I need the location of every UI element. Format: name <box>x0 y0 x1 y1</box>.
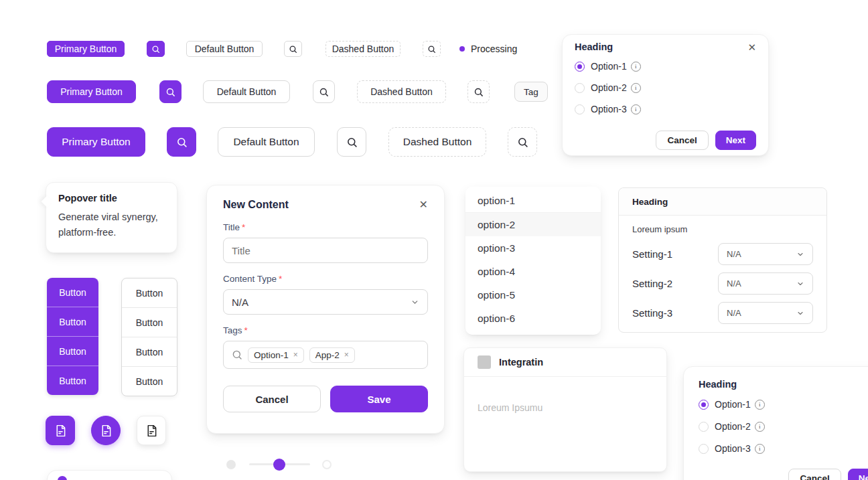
dropdown-item[interactable]: option-1 <box>465 189 601 213</box>
info-icon[interactable]: i <box>631 83 641 93</box>
info-icon[interactable]: i <box>755 444 765 454</box>
modal-title: New Content <box>223 199 289 211</box>
integration-card: Integratin Loreum Ipsumu <box>463 347 667 472</box>
search-button-dashed-medium[interactable] <box>467 80 490 103</box>
radio-option-1[interactable]: Option-1 i <box>699 399 868 410</box>
search-button-primary-large[interactable] <box>167 127 196 157</box>
search-button-primary-medium[interactable] <box>159 80 182 103</box>
next-button[interactable]: Next <box>848 469 868 480</box>
search-button-primary-small[interactable] <box>147 41 165 57</box>
radio-option-label: Option-3 <box>591 104 627 114</box>
save-button[interactable]: Save <box>330 386 428 412</box>
stepper-dot-end[interactable] <box>322 460 332 469</box>
chevron-down-icon <box>796 309 804 317</box>
default-button-large[interactable]: Default Button <box>218 127 315 157</box>
dashed-button-medium[interactable]: Dashed Button <box>357 80 446 103</box>
search-icon <box>427 45 436 54</box>
stacked-button[interactable]: Button <box>47 336 98 366</box>
radio-option-2[interactable]: Option-2 i <box>575 82 756 93</box>
primary-button-medium[interactable]: Primary Button <box>47 80 136 103</box>
radio-option-3[interactable]: Option-3 i <box>699 443 868 454</box>
field-label-text: Tags <box>223 325 242 335</box>
chip-remove-icon[interactable]: × <box>344 350 349 359</box>
primary-button-large[interactable]: Primary Button <box>47 127 145 157</box>
setting-1-select[interactable]: N/A <box>718 243 813 265</box>
select-value: N/A <box>727 249 741 259</box>
default-button-medium[interactable]: Default Button <box>203 80 290 103</box>
dashed-button-small[interactable]: Dashed Button <box>326 41 401 57</box>
popover-title: Popover title <box>58 193 165 204</box>
popover-line1: Generate viral synergy, <box>58 212 158 222</box>
search-icon <box>232 349 242 360</box>
dropdown-menu: option-1 option-2 option-3 option-4 opti… <box>465 187 601 335</box>
popover: Popover title Generate viral synergy, pl… <box>46 182 177 253</box>
setting-2-select[interactable]: N/A <box>718 272 813 295</box>
tags-field-label: Tags* <box>223 325 428 335</box>
stacked-button[interactable]: Button <box>122 337 177 366</box>
content-type-field-label: Content Type* <box>223 274 428 284</box>
required-asterisk: * <box>244 325 248 335</box>
tag-chip[interactable]: Option-1 × <box>248 347 304 363</box>
tags-input[interactable]: Option-1 × App-2 × <box>223 341 428 369</box>
integration-title: Integratin <box>499 357 543 368</box>
wizard-card-bottom: Heading Option-1 i Option-2 i Option-3 i… <box>683 366 868 480</box>
stepper-dot-start[interactable] <box>226 460 236 469</box>
cancel-button[interactable]: Cancel <box>656 131 708 150</box>
title-field-label: Title* <box>223 222 428 232</box>
radio-option-2[interactable]: Option-2 i <box>699 421 868 432</box>
file-button-square-default[interactable] <box>137 416 166 445</box>
search-button-default-large[interactable] <box>337 127 366 157</box>
title-input[interactable] <box>223 238 428 263</box>
file-button-square-primary[interactable] <box>46 416 75 445</box>
info-icon[interactable]: i <box>631 62 641 72</box>
stacked-button[interactable]: Button <box>122 307 177 337</box>
dropdown-item[interactable]: option-5 <box>465 283 601 307</box>
content-type-select[interactable]: N/A <box>223 289 428 315</box>
integration-body: Loreum Ipsumu <box>464 377 666 413</box>
search-button-dashed-large[interactable] <box>508 127 537 157</box>
settings-title: Heading <box>632 197 668 207</box>
settings-subtitle: Loreum ipsum <box>632 224 813 234</box>
button-group-default: Button Button Button Button <box>121 278 177 396</box>
stacked-button[interactable]: Button <box>47 366 98 395</box>
radio-circle <box>699 400 709 410</box>
stacked-button[interactable]: Button <box>122 278 177 307</box>
close-icon[interactable]: ✕ <box>747 42 756 52</box>
info-icon[interactable]: i <box>755 400 765 410</box>
tag-chip[interactable]: App-2 × <box>309 347 355 363</box>
dropdown-item[interactable]: option-4 <box>465 260 601 283</box>
stacked-button[interactable]: Button <box>47 278 98 307</box>
slider-handle[interactable] <box>273 459 285 471</box>
next-button[interactable]: Next <box>715 131 756 150</box>
close-icon[interactable]: ✕ <box>419 199 428 210</box>
select-value: N/A <box>727 278 741 289</box>
search-button-dashed-small[interactable] <box>423 41 441 57</box>
search-icon <box>474 87 484 97</box>
radio-circle <box>699 444 709 454</box>
radio-option-3[interactable]: Option-3 i <box>575 104 756 114</box>
cancel-button[interactable]: Cancel <box>788 469 841 480</box>
default-button-small[interactable]: Default Button <box>186 41 263 57</box>
search-button-default-small[interactable] <box>284 41 302 57</box>
file-button-circle-primary[interactable] <box>91 416 121 445</box>
chip-label: Option-1 <box>254 350 289 360</box>
info-icon[interactable]: i <box>631 104 641 114</box>
radio-option-1[interactable]: Option-1 i <box>575 61 756 72</box>
dashed-button-large[interactable]: Dashed Button <box>388 127 486 157</box>
dropdown-item[interactable]: option-6 <box>465 307 601 330</box>
file-icon <box>99 424 113 438</box>
chip-remove-icon[interactable]: × <box>293 350 298 359</box>
tag-button[interactable]: Tag <box>514 82 548 102</box>
cancel-button[interactable]: Cancel <box>223 386 321 412</box>
primary-button-small[interactable]: Primary Button <box>47 41 125 57</box>
dropdown-item[interactable]: option-2 <box>465 213 601 236</box>
stacked-button[interactable]: Button <box>122 366 177 396</box>
radio-option-label: Option-2 <box>715 421 751 432</box>
search-button-default-medium[interactable] <box>313 80 335 103</box>
field-label-text: Title <box>223 222 240 232</box>
setting-3-select[interactable]: N/A <box>718 302 813 324</box>
stacked-button[interactable]: Button <box>47 307 98 336</box>
dropdown-item[interactable]: option-3 <box>465 236 601 260</box>
info-icon[interactable]: i <box>755 422 765 432</box>
setting-label: Setting-2 <box>632 278 672 289</box>
